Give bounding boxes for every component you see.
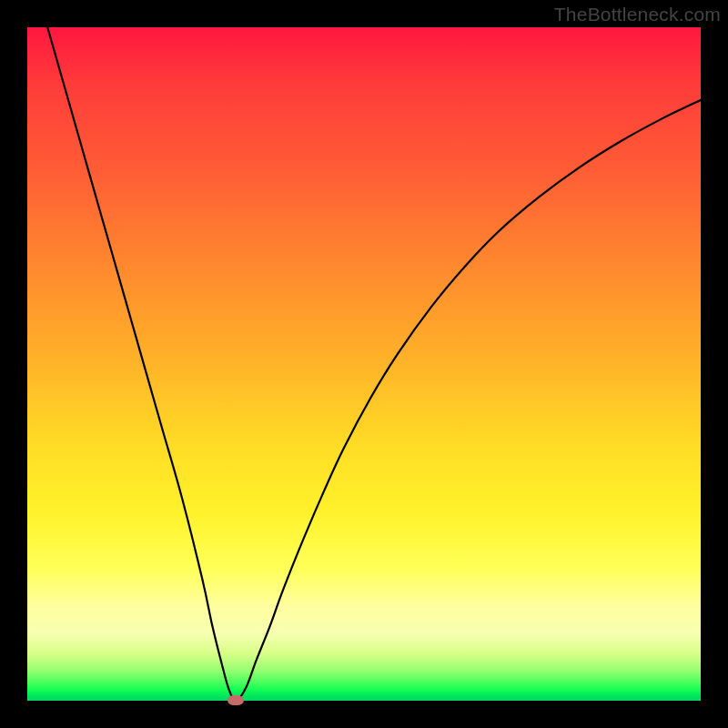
plot-area bbox=[27, 27, 701, 701]
gradient-background bbox=[27, 27, 701, 701]
watermark-text: TheBottleneck.com bbox=[554, 4, 721, 25]
chart-frame: TheBottleneck.com bbox=[0, 0, 728, 728]
